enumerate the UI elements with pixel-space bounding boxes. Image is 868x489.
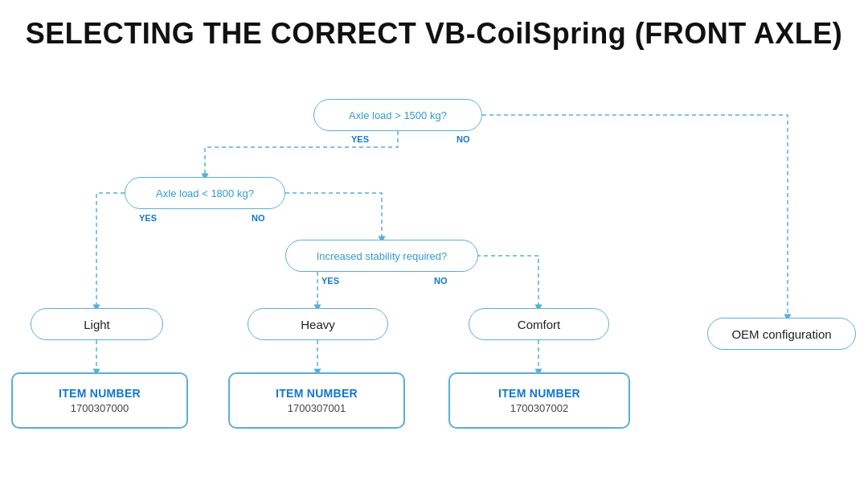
decision-box-2: Axle load < 1800 kg? <box>125 177 285 209</box>
result-oem: OEM configuration <box>707 318 856 350</box>
d2-no-label: NO <box>252 213 265 223</box>
d1-no-label: NO <box>457 134 470 144</box>
result-heavy: Heavy <box>248 308 388 340</box>
d3-yes-label: YES <box>321 276 339 286</box>
item-box-3: ITEM NUMBER 1700307002 <box>448 372 630 429</box>
diagram: Axle load > 1500 kg? YES NO Axle load < … <box>0 84 868 489</box>
item-box-2: ITEM NUMBER 1700307001 <box>228 372 405 429</box>
d3-no-label: NO <box>434 276 448 286</box>
page-title: SELECTING THE CORRECT VB-CoilSpring (FRO… <box>0 0 868 50</box>
item-box-1: ITEM NUMBER 1700307000 <box>11 372 188 429</box>
decision-box-3: Increased stability required? <box>285 240 478 272</box>
d2-yes-label: YES <box>139 213 157 223</box>
decision-box-1: Axle load > 1500 kg? <box>313 99 482 131</box>
page: SELECTING THE CORRECT VB-CoilSpring (FRO… <box>0 0 868 489</box>
result-light: Light <box>31 308 163 340</box>
result-comfort: Comfort <box>469 308 609 340</box>
d1-yes-label: YES <box>351 134 369 144</box>
